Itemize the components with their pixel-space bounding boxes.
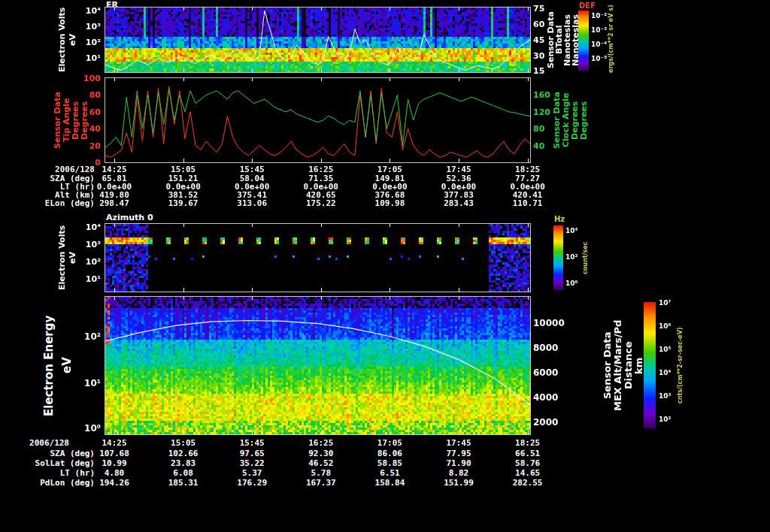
- tip-angle-label-line4: Degrees: [80, 78, 89, 162]
- sollat-value: 46.52: [293, 458, 349, 468]
- time-label: 16:25: [293, 438, 349, 448]
- az-yaxis-label: Electron Volts: [57, 224, 67, 292]
- time-label: 17:45: [431, 438, 487, 448]
- pdlon-value: 158.84: [362, 478, 417, 488]
- annot2-row-sza: 107.68102.6697.6592.3086.0677.9566.51: [0, 449, 594, 458]
- annot1-times-row: 14:2515:0515:4516:2517:0517:4518:25: [0, 165, 594, 174]
- lt-value: 5.37: [224, 468, 280, 478]
- clock-angle-label-line4: Degrees: [579, 78, 589, 162]
- time-label: 17:05: [362, 438, 417, 448]
- hz-cb-tick-2: 10²: [565, 253, 578, 261]
- energy-ytick-0: 10⁰: [69, 423, 101, 434]
- sza-value: 92.30: [293, 449, 349, 458]
- er-spectrogram: [105, 8, 530, 72]
- hz-cb-tick-1: 10⁴: [565, 227, 578, 234]
- pdlon-value: 167.37: [293, 478, 349, 488]
- counts-colorbar: [644, 302, 656, 428]
- lt-value: 6.08: [156, 468, 211, 478]
- time-label: 18:25: [500, 438, 556, 448]
- sza-value: 86.06: [362, 449, 417, 458]
- energy-yaxis-unit: eV: [60, 297, 74, 434]
- angles-plot: [105, 78, 530, 162]
- sza-value: 102.66: [156, 449, 211, 458]
- lt-value: 4.80: [86, 468, 142, 478]
- hz-colorbar-unit: count/sec: [582, 225, 589, 290]
- counts-cb-tick-5: 10⁵: [659, 346, 671, 353]
- energy-ytick-2: 10²: [69, 331, 101, 342]
- alt-tick-10000: 10000: [533, 318, 569, 328]
- counts-colorbar-unit: cnts/(cm**2-sr-sec-eV): [677, 302, 684, 428]
- elon-value: 110.71: [500, 198, 556, 208]
- counts-cb-tick-6: 10⁶: [659, 322, 671, 330]
- elon-value: 298.47: [86, 198, 142, 208]
- alt-tick-8000: 8000: [533, 343, 569, 353]
- counts-cb-tick-7: 10⁷: [659, 299, 671, 307]
- annot2-row-sollat: 10.9923.8335.2246.5258.8571.9058.76: [0, 458, 594, 467]
- def-cb-tick-3: 10⁻⁴: [591, 41, 607, 48]
- def-cb-tick-1: 10⁻²: [591, 12, 607, 20]
- alt-tick-4000: 4000: [533, 392, 569, 403]
- elon-value: 283.43: [431, 198, 487, 208]
- hz-colorbar-title: Hz: [554, 215, 565, 223]
- time-label: 15:45: [224, 438, 280, 448]
- elon-value: 139.67: [156, 198, 211, 208]
- alt-label-line3: Distance: [623, 297, 634, 434]
- pdlon-value: 282.55: [500, 478, 556, 488]
- annot2-row-pdlon: 194.26185.31176.29167.37158.84151.99282.…: [0, 478, 594, 487]
- hz-colorbar: [553, 225, 563, 290]
- counts-cb-tick-4: 10⁴: [659, 369, 671, 376]
- def-colorbar-title: DEF: [579, 2, 596, 10]
- hz-cb-tick-3: 10⁰: [565, 280, 578, 287]
- sza-value: 77.95: [431, 449, 487, 458]
- alt-label-line4: km: [633, 297, 644, 434]
- azimuth-spectrogram: [105, 224, 530, 292]
- sollat-value: 35.22: [224, 458, 280, 468]
- annot1-row-elon: 298.47139.67313.06175.22109.98283.43110.…: [0, 198, 594, 207]
- pdlon-value: 194.26: [86, 478, 142, 488]
- sollat-value: 23.83: [156, 458, 211, 468]
- sza-value: 97.65: [224, 449, 280, 458]
- annot2-times-row: 14:2515:0515:4516:2517:0517:4518:25: [0, 438, 594, 447]
- def-cb-tick-4: 10⁻⁵: [591, 55, 607, 62]
- pdlon-value: 185.31: [156, 478, 211, 488]
- time-label: 14:25: [86, 438, 142, 448]
- sza-value: 107.68: [86, 449, 142, 458]
- energy-yaxis-label: Electron Energy: [42, 297, 56, 434]
- lt-value: 8.82: [431, 468, 487, 478]
- def-cb-tick-2: 10⁻³: [591, 26, 607, 34]
- lt-value: 14.65: [500, 468, 556, 478]
- lt-value: 5.78: [293, 468, 349, 478]
- pdlon-value: 176.29: [224, 478, 280, 488]
- sollat-value: 71.90: [431, 458, 487, 468]
- sollat-value: 58.85: [362, 458, 417, 468]
- er-yaxis-unit: eV: [68, 8, 77, 72]
- def-colorbar: [578, 11, 589, 71]
- sollat-value: 58.76: [500, 458, 556, 468]
- alt-tick-2000: 2000: [533, 417, 569, 428]
- elon-value: 109.98: [362, 198, 417, 208]
- annot2-row-lt: 4.806.085.375.786.518.8214.65: [0, 468, 594, 477]
- sza-value: 66.51: [500, 449, 556, 458]
- pdlon-value: 151.99: [431, 478, 487, 488]
- counts-cb-tick-2: 10²: [659, 416, 671, 423]
- energy-ytick-1: 10¹: [69, 378, 101, 388]
- elon-value: 313.06: [224, 198, 280, 208]
- counts-cb-tick-3: 10³: [659, 392, 671, 400]
- elon-value: 175.22: [293, 198, 349, 208]
- alt-label-line1: Sensor Data: [602, 297, 613, 434]
- def-colorbar-unit: ergs/(cm**2 sr eV s): [608, 2, 614, 77]
- az-yaxis-unit: eV: [68, 224, 77, 292]
- alt-label-line2: MEX Alt/Mars/Pd: [612, 297, 623, 434]
- sollat-value: 10.99: [86, 458, 142, 468]
- er-yaxis-label: Electron Volts: [57, 8, 67, 72]
- azimuth-title: Azimuth 0: [106, 213, 153, 222]
- alt-tick-6000: 6000: [533, 367, 569, 378]
- time-label: 15:05: [156, 438, 211, 448]
- energy-spectrogram: [105, 297, 530, 434]
- lt-value: 6.51: [362, 468, 417, 478]
- mex-els-plot-screen: ER 10⁴ 10³ 10² 10¹ Electron Volts eV 75 …: [0, 0, 770, 532]
